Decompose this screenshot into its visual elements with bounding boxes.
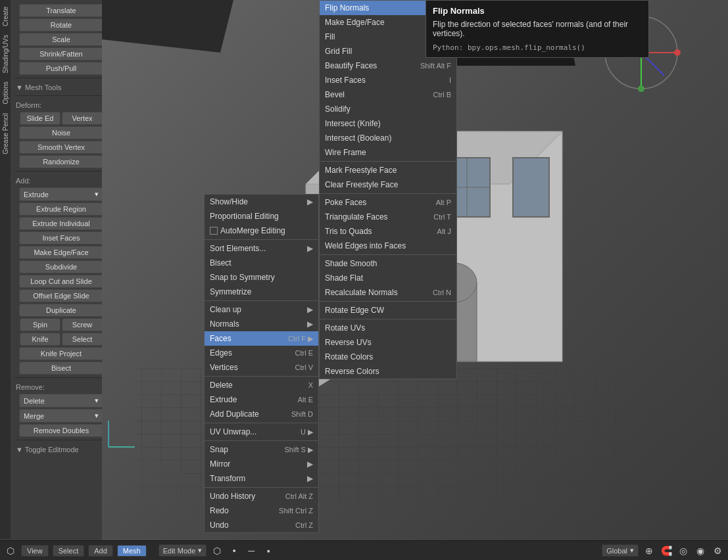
global-dropdown[interactable]: Global ▾ bbox=[602, 544, 639, 557]
tris-to-quads-shortcut: Alt J bbox=[437, 227, 451, 235]
menu-redo[interactable]: Redo Shift Ctrl Z bbox=[205, 503, 318, 518]
divider4 bbox=[14, 377, 108, 378]
reverse-uvs-item[interactable]: Reverse UVs bbox=[320, 335, 456, 350]
menu-vertices[interactable]: Vertices Ctrl V bbox=[205, 360, 318, 375]
pivot-icon[interactable]: ⊕ bbox=[643, 544, 656, 557]
menu-edges[interactable]: Edges Ctrl E bbox=[205, 346, 318, 360]
delete-dropdown[interactable]: Delete ▾ bbox=[19, 394, 103, 408]
inset-faces-item[interactable]: Inset Faces I bbox=[320, 73, 456, 87]
menu-transform[interactable]: Transform ▶ bbox=[205, 471, 318, 486]
rotate-edge-cw-label: Rotate Edge CW bbox=[325, 306, 384, 315]
edges-icon[interactable]: ─ bbox=[245, 544, 258, 557]
delete-label: Delete bbox=[24, 397, 45, 405]
menu-proportional-editing[interactable]: Proportional Editing bbox=[205, 209, 318, 223]
menu-uv-unwrap[interactable]: UV Unwrap... U ▶ bbox=[205, 425, 318, 439]
menu-bisect[interactable]: Bisect bbox=[205, 256, 318, 270]
menu-undo[interactable]: Undo Ctrl Z bbox=[205, 518, 318, 532]
add-button[interactable]: Add bbox=[88, 545, 113, 557]
extrude-dropdown[interactable]: Extrude ▾ bbox=[19, 187, 103, 201]
remove-doubles-button[interactable]: Remove Doubles bbox=[19, 424, 103, 437]
duplicate-button[interactable]: Duplicate bbox=[19, 304, 103, 317]
vtab-create[interactable]: Create bbox=[1, 3, 11, 30]
smooth-vertex-button[interactable]: Smooth Vertex bbox=[19, 141, 103, 154]
tris-to-quads-item[interactable]: Tris to Quads Alt J bbox=[320, 224, 456, 239]
vtab-options[interactable]: Options bbox=[1, 78, 11, 108]
noise-button[interactable]: Noise bbox=[19, 126, 103, 139]
mesh-button[interactable]: Mesh bbox=[117, 545, 147, 557]
menu-add-duplicate[interactable]: Add Duplicate Shift D bbox=[205, 407, 318, 421]
menu-show-hide[interactable]: Show/Hide ▶ bbox=[205, 195, 318, 209]
rotate-button[interactable]: Rotate bbox=[19, 18, 103, 32]
reverse-colors-item[interactable]: Reverse Colors bbox=[320, 364, 456, 379]
bisect-add-button[interactable]: Bisect bbox=[19, 362, 103, 375]
mark-freestyle-item[interactable]: Mark Freestyle Face bbox=[320, 163, 456, 177]
menu-mirror[interactable]: Mirror ▶ bbox=[205, 457, 318, 471]
translate-button[interactable]: Translate bbox=[19, 4, 103, 17]
add-duplicate-shortcut: Shift D bbox=[291, 410, 313, 418]
shade-flat-item[interactable]: Shade Flat bbox=[320, 271, 456, 285]
loop-cut-slide-button[interactable]: Loop Cut and Slide bbox=[19, 275, 103, 288]
randomize-button[interactable]: Randomize bbox=[19, 155, 103, 168]
select-button[interactable]: Select bbox=[62, 333, 103, 346]
wire-frame-item[interactable]: Wire Frame bbox=[320, 145, 456, 160]
beautify-faces-item[interactable]: Beautify Faces Shift Alt F bbox=[320, 58, 456, 73]
snap-icon[interactable]: 🧲 bbox=[660, 544, 673, 557]
viewport[interactable]: Show/Hide ▶ Proportional Editing AutoMer… bbox=[102, 0, 728, 540]
menu-sort-elements[interactable]: Sort Elements... ▶ bbox=[205, 241, 318, 256]
vertex-button[interactable]: Vertex bbox=[62, 112, 103, 125]
slide-edge-button[interactable]: Slide Ed bbox=[20, 112, 61, 125]
vertices-icon[interactable]: • bbox=[228, 544, 241, 557]
rotate-uvs-item[interactable]: Rotate UVs bbox=[320, 321, 456, 335]
intersect-boolean-item[interactable]: Intersect (Boolean) bbox=[320, 131, 456, 145]
scale-button[interactable]: Scale bbox=[19, 33, 103, 46]
menu-symmetrize[interactable]: Symmetrize bbox=[205, 285, 318, 299]
weld-edges-item[interactable]: Weld Edges into Faces bbox=[320, 239, 456, 253]
knife-project-button[interactable]: Knife Project bbox=[19, 347, 103, 360]
gizmo-x-dot[interactable] bbox=[674, 49, 681, 56]
menu-snap[interactable]: Snap Shift S ▶ bbox=[205, 442, 318, 457]
view-button[interactable]: View bbox=[21, 545, 49, 557]
menu-snap-symmetry[interactable]: Snap to Symmetry bbox=[205, 270, 318, 285]
poke-faces-item[interactable]: Poke Faces Alt P bbox=[320, 195, 456, 210]
mode-dropdown[interactable]: Edit Mode ▾ bbox=[158, 544, 207, 557]
intersect-knife-item[interactable]: Intersect (Knife) bbox=[320, 116, 456, 131]
settings-icon[interactable]: ⚙ bbox=[711, 544, 724, 557]
merge-dropdown[interactable]: Merge ▾ bbox=[19, 409, 103, 423]
vtab-grease[interactable]: Grease Pencil bbox=[1, 109, 11, 158]
extrude-region-button[interactable]: Extrude Region bbox=[19, 202, 103, 216]
shade-smooth-item[interactable]: Shade Smooth bbox=[320, 256, 456, 271]
shrink-fatten-button[interactable]: Shrink/Fatten bbox=[19, 47, 103, 60]
vtab-shading[interactable]: Shading/UVs bbox=[1, 31, 11, 77]
subdivide-button[interactable]: Subdivide bbox=[19, 260, 103, 273]
bevel-item[interactable]: Bevel Ctrl B bbox=[320, 87, 456, 102]
beautify-faces-shortcut: Shift Alt F bbox=[420, 62, 451, 70]
menu-cleanup[interactable]: Clean up ▶ bbox=[205, 302, 318, 317]
inset-faces-button[interactable]: Inset Faces bbox=[19, 231, 103, 245]
select-button[interactable]: Select bbox=[53, 545, 85, 557]
solidify-item[interactable]: Solidify bbox=[320, 102, 456, 116]
blender-icon[interactable]: ⬡ bbox=[4, 544, 17, 557]
onion-icon[interactable]: ◉ bbox=[694, 544, 707, 557]
spin-button[interactable]: Spin bbox=[20, 318, 61, 331]
clear-freestyle-item[interactable]: Clear Freestyle Face bbox=[320, 177, 456, 192]
knife-button[interactable]: Knife bbox=[20, 333, 61, 346]
triangulate-faces-item[interactable]: Triangulate Faces Ctrl T bbox=[320, 210, 456, 224]
extrude-individual-button[interactable]: Extrude Individual bbox=[19, 217, 103, 230]
gizmo-y-neg-dot[interactable] bbox=[638, 85, 644, 92]
push-pull-button[interactable]: Push/Pull bbox=[19, 62, 103, 75]
menu-delete[interactable]: Delete X bbox=[205, 378, 318, 392]
mesh-icon[interactable]: ⬡ bbox=[210, 544, 224, 557]
menu-automerge[interactable]: AutoMerge Editing bbox=[205, 223, 318, 238]
menu-extrude[interactable]: Extrude Alt E bbox=[205, 392, 318, 407]
rotate-edge-cw-item[interactable]: Rotate Edge CW bbox=[320, 303, 456, 317]
proportional-icon[interactable]: ◎ bbox=[677, 544, 690, 557]
screw-button[interactable]: Screw bbox=[62, 318, 103, 331]
rotate-colors-item[interactable]: Rotate Colors bbox=[320, 350, 456, 364]
offset-edge-slide-button[interactable]: Offset Edge Slide bbox=[19, 289, 103, 302]
menu-faces[interactable]: Faces Ctrl F ▶ bbox=[205, 331, 318, 346]
recalculate-normals-item[interactable]: Recalculate Normals Ctrl N bbox=[320, 285, 456, 300]
make-edge-face-button[interactable]: Make Edge/Face bbox=[19, 246, 103, 259]
menu-normals[interactable]: Normals ▶ bbox=[205, 317, 318, 331]
menu-undo-history[interactable]: Undo History Ctrl Alt Z bbox=[205, 489, 318, 503]
faces-icon[interactable]: ▪ bbox=[262, 544, 275, 557]
